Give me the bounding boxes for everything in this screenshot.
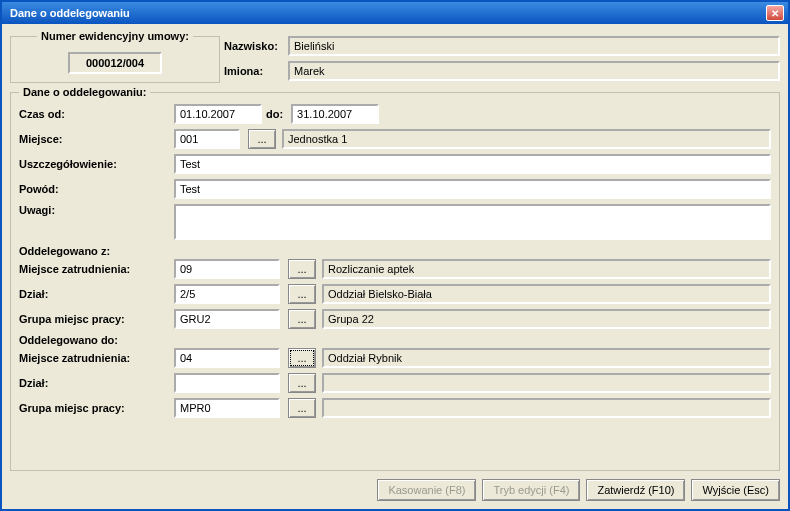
- czas-od-input[interactable]: [174, 104, 262, 124]
- imiona-field: Marek: [288, 61, 780, 81]
- numer-group: Numer ewidencyjny umowy: 000012/004: [10, 30, 220, 83]
- to-mz-code-input[interactable]: [174, 348, 280, 368]
- uszcz-label: Uszczegółowienie:: [19, 158, 174, 170]
- top-row: Numer ewidencyjny umowy: 000012/004 Nazw…: [10, 30, 780, 86]
- to-gmp-browse-button[interactable]: ...: [288, 398, 316, 418]
- button-bar: Kasowanie (F8) Tryb edycji (F4) Zatwierd…: [10, 479, 780, 501]
- powod-label: Powód:: [19, 183, 174, 195]
- titlebar: Dane o oddelegowaniu ✕: [2, 2, 788, 24]
- to-gmp-name-field: [322, 398, 771, 418]
- to-dzial-code-input[interactable]: [174, 373, 280, 393]
- from-dzial-name-field: Oddział Bielsko-Biała: [322, 284, 771, 304]
- miejsce-browse-button[interactable]: ...: [248, 129, 276, 149]
- to-mz-label: Miejsce zatrudnienia:: [19, 352, 174, 364]
- numer-value: 000012/004: [68, 52, 162, 74]
- content: Numer ewidencyjny umowy: 000012/004 Nazw…: [2, 24, 788, 509]
- close-icon[interactable]: ✕: [766, 5, 784, 21]
- kasowanie-button: Kasowanie (F8): [377, 479, 476, 501]
- powod-input[interactable]: [174, 179, 771, 199]
- to-label: Oddelegowano do:: [19, 334, 771, 346]
- uszcz-input[interactable]: [174, 154, 771, 174]
- window: Dane o oddelegowaniu ✕ Numer ewidencyjny…: [0, 0, 790, 511]
- from-mz-browse-button[interactable]: ...: [288, 259, 316, 279]
- nazwisko-field: Bieliński: [288, 36, 780, 56]
- miejsce-name-field: Jednostka 1: [282, 129, 771, 149]
- czas-do-input[interactable]: [291, 104, 379, 124]
- numer-legend: Numer ewidencyjny umowy:: [37, 30, 193, 42]
- wyjscie-button[interactable]: Wyjście (Esc): [691, 479, 780, 501]
- from-gmp-code-input[interactable]: [174, 309, 280, 329]
- from-mz-code-input[interactable]: [174, 259, 280, 279]
- to-mz-browse-button[interactable]: ...: [288, 348, 316, 368]
- zatwierdz-button[interactable]: Zatwierdź (F10): [586, 479, 685, 501]
- to-mz-name-field: Oddział Rybnik: [322, 348, 771, 368]
- delegation-group: Dane o oddelegowaniu: Czas od: do: Miejs…: [10, 86, 780, 471]
- tryb-edycji-button: Tryb edycji (F4): [482, 479, 580, 501]
- from-dzial-code-input[interactable]: [174, 284, 280, 304]
- delegation-legend: Dane o oddelegowaniu:: [19, 86, 150, 98]
- from-label: Oddelegowano z:: [19, 245, 771, 257]
- window-title: Dane o oddelegowaniu: [6, 7, 766, 19]
- uwagi-input[interactable]: [174, 204, 771, 240]
- from-mz-label: Miejsce zatrudnienia:: [19, 263, 174, 275]
- name-grid: Nazwisko: Bieliński Imiona: Marek: [220, 30, 780, 86]
- imiona-label: Imiona:: [224, 65, 288, 77]
- from-mz-name-field: Rozliczanie aptek: [322, 259, 771, 279]
- to-dzial-browse-button[interactable]: ...: [288, 373, 316, 393]
- do-label: do:: [266, 108, 283, 120]
- from-gmp-browse-button[interactable]: ...: [288, 309, 316, 329]
- to-dzial-label: Dział:: [19, 377, 174, 389]
- czas-od-label: Czas od:: [19, 108, 174, 120]
- to-gmp-code-input[interactable]: [174, 398, 280, 418]
- miejsce-label: Miejsce:: [19, 133, 174, 145]
- to-dzial-name-field: [322, 373, 771, 393]
- nazwisko-label: Nazwisko:: [224, 40, 288, 52]
- to-gmp-label: Grupa miejsc pracy:: [19, 402, 174, 414]
- from-gmp-name-field: Grupa 22: [322, 309, 771, 329]
- from-dzial-label: Dział:: [19, 288, 174, 300]
- uwagi-label: Uwagi:: [19, 204, 174, 216]
- from-dzial-browse-button[interactable]: ...: [288, 284, 316, 304]
- miejsce-code-input[interactable]: [174, 129, 240, 149]
- from-gmp-label: Grupa miejsc pracy:: [19, 313, 174, 325]
